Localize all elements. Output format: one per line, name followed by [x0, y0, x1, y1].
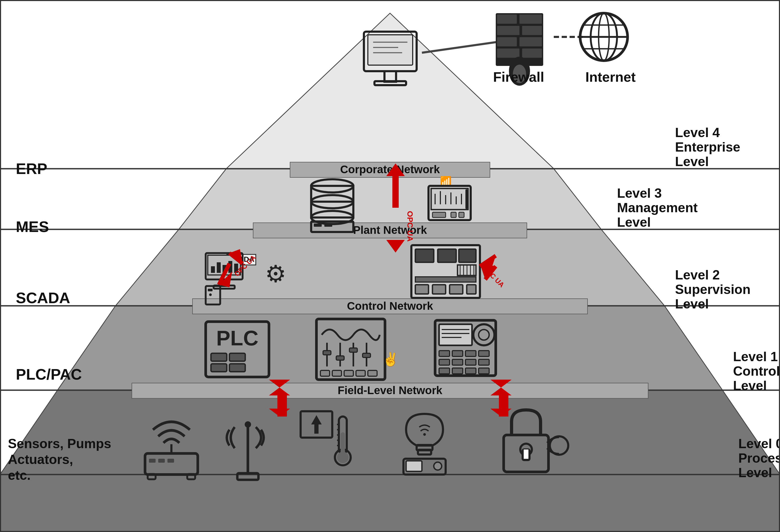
- svg-rect-73: [314, 224, 322, 227]
- svg-rect-137: [230, 364, 245, 372]
- svg-rect-166: [466, 359, 476, 365]
- svg-rect-163: [479, 351, 489, 356]
- svg-point-194: [335, 449, 351, 465]
- svg-marker-172: [269, 388, 290, 395]
- svg-rect-53: [522, 26, 542, 35]
- svg-point-210: [520, 444, 532, 455]
- svg-text:Level: Level: [675, 297, 709, 311]
- svg-rect-138: [316, 319, 385, 380]
- svg-rect-55: [520, 37, 542, 46]
- svg-marker-174: [269, 408, 290, 417]
- svg-rect-81: [431, 189, 468, 209]
- svg-point-188: [245, 421, 251, 428]
- svg-text:Level 4: Level 4: [675, 125, 720, 140]
- svg-rect-43: [385, 71, 396, 82]
- svg-rect-97: [217, 262, 221, 273]
- svg-text:📶: 📶: [440, 176, 452, 187]
- svg-rect-135: [230, 353, 245, 361]
- svg-rect-54: [497, 37, 517, 46]
- svg-rect-68: [311, 186, 353, 202]
- svg-rect-154: [439, 324, 472, 345]
- svg-text:Level 1: Level 1: [733, 349, 778, 364]
- svg-text:OPC UA: OPC UA: [233, 253, 257, 278]
- svg-text:✌: ✌: [382, 351, 399, 367]
- svg-point-63: [598, 13, 609, 61]
- svg-rect-99: [228, 261, 232, 273]
- svg-marker-107: [219, 272, 232, 287]
- svg-line-130: [485, 266, 496, 280]
- svg-rect-11: [290, 162, 490, 178]
- svg-rect-165: [452, 359, 463, 365]
- firewall-label: Firewall: [493, 69, 544, 85]
- svg-rect-177: [499, 395, 508, 417]
- control-panel-icon: ✌: [316, 319, 399, 380]
- svg-rect-148: [332, 371, 341, 376]
- svg-marker-2: [115, 229, 665, 306]
- padlock-icon: [504, 410, 568, 472]
- svg-rect-144: [349, 348, 357, 352]
- svg-text:Plant Network: Plant Network: [353, 224, 427, 236]
- svg-rect-150: [356, 371, 365, 376]
- scada-workstation-icon: [206, 253, 243, 304]
- svg-marker-0: [226, 13, 554, 169]
- svg-text:etc.: etc.: [8, 468, 31, 483]
- svg-rect-13: [253, 223, 527, 238]
- svg-rect-169: [452, 368, 463, 374]
- svg-point-62: [591, 13, 617, 61]
- svg-rect-90: [451, 212, 456, 217]
- svg-rect-103: [206, 286, 220, 304]
- svg-marker-176: [490, 388, 511, 395]
- svg-rect-146: [362, 353, 371, 357]
- svg-rect-185: [148, 474, 156, 479]
- svg-rect-15: [193, 299, 587, 314]
- svg-rect-72: [311, 222, 353, 232]
- svg-text:Level: Level: [675, 154, 709, 169]
- svg-rect-94: [206, 253, 243, 280]
- svg-point-155: [473, 324, 494, 345]
- svg-rect-102: [213, 286, 235, 289]
- svg-marker-191: [311, 415, 322, 425]
- svg-marker-75: [386, 163, 405, 176]
- svg-rect-80: [429, 186, 471, 220]
- svg-rect-49: [496, 13, 543, 66]
- svg-marker-77: [386, 240, 405, 252]
- svg-rect-52: [497, 26, 520, 35]
- svg-rect-116: [415, 277, 476, 282]
- svg-rect-117: [415, 285, 429, 294]
- svg-rect-214: [1, 1, 779, 531]
- svg-rect-134: [211, 353, 227, 361]
- svg-text:Field-Level Network: Field-Level Network: [338, 384, 442, 396]
- svg-rect-50: [497, 14, 517, 24]
- svg-rect-147: [321, 371, 330, 376]
- svg-rect-70: [311, 202, 353, 217]
- svg-line-110: [230, 253, 243, 263]
- svg-text:OPC UA: OPC UA: [482, 264, 506, 289]
- svg-rect-44: [375, 81, 406, 85]
- svg-rect-209: [504, 435, 548, 472]
- svg-rect-96: [211, 266, 215, 273]
- wifi-router-icon: [145, 422, 198, 479]
- firewall-icon: [496, 13, 543, 86]
- svg-rect-91: [459, 212, 464, 217]
- database-server-icon: [311, 179, 353, 232]
- svg-text:Level: Level: [738, 465, 772, 480]
- svg-point-61: [580, 13, 628, 61]
- svg-rect-193: [339, 417, 347, 453]
- pac-rtu-icon: [435, 320, 496, 376]
- svg-rect-104: [208, 289, 212, 291]
- internet-label: Internet: [585, 69, 636, 85]
- svg-rect-186: [187, 474, 195, 479]
- svg-point-59: [513, 64, 526, 83]
- svg-marker-3: [57, 306, 723, 390]
- svg-point-69: [311, 195, 353, 208]
- svg-rect-182: [149, 459, 156, 463]
- plc-icon: PLC: [206, 322, 269, 377]
- svg-rect-183: [158, 459, 165, 463]
- svg-rect-190: [301, 411, 332, 438]
- svg-rect-118: [432, 285, 446, 294]
- antenna-icon: [227, 421, 264, 480]
- svg-text:SCADA: SCADA: [228, 255, 254, 263]
- svg-text:OPC UA: OPC UA: [406, 211, 415, 242]
- svg-rect-162: [466, 351, 476, 356]
- svg-marker-129: [480, 263, 496, 280]
